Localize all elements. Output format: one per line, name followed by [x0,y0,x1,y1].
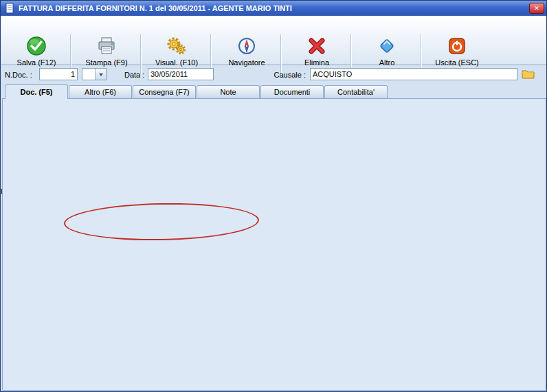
tab-altro[interactable]: Altro (F6) [69,85,132,98]
toolbar-separator [140,34,142,74]
compass-icon [236,36,257,56]
tab-doc[interactable]: Doc. (F5) [5,84,68,99]
toolbar-label: Visual. (F10) [155,58,198,67]
save-check-icon [26,36,47,56]
main-toolbar: Salva (F12) Stampa (F9) [1,16,547,65]
dropdown-arrow-icon[interactable] [95,69,106,80]
delete-x-icon [306,36,327,56]
printer-icon [96,36,117,56]
tab-label: Consegna (F7) [139,88,189,96]
ndoc-combo[interactable] [82,68,107,80]
toolbar-label: Uscita (ESC) [435,58,479,67]
data-input[interactable] [148,68,214,80]
toolbar-label: Altro [379,58,395,67]
toolbar-label: Elimina [304,58,329,67]
tab-label: Altro (F6) [85,88,116,96]
app-icon [4,3,15,14]
close-button[interactable]: ✕ [529,3,544,14]
tab-contabilita[interactable]: Contabilita' [324,85,388,98]
tab-consegna[interactable]: Consegna (F7) [133,85,196,98]
gem-icon [377,36,397,56]
tab-label: Doc. (F5) [20,88,52,96]
tab-documenti[interactable]: Documenti [260,85,324,98]
data-label: Data : [124,70,144,80]
tab-label: Note [220,88,236,96]
tab-note[interactable]: Note [197,85,260,98]
toolbar-label: Salva (F12) [17,58,56,67]
app-window: FATTURA DIFFERITA FORNITORI N. 1 del 30/… [0,0,547,392]
doc-tab-panel [2,98,546,391]
causale-input[interactable] [310,68,517,80]
tab-label: Contabilita' [337,88,375,96]
gears-icon [166,36,187,56]
causale-label: Causale : [266,70,306,80]
toolbar-separator [280,34,282,74]
toolbar-label: Stampa (F9) [85,58,127,67]
ndoc-combo-value [82,69,95,80]
tab-label: Documenti [274,88,311,96]
power-icon [447,36,467,56]
title-bar: FATTURA DIFFERITA FORNITORI N. 1 del 30/… [1,1,547,16]
causale-folder-icon[interactable] [522,69,535,80]
ndoc-input[interactable] [39,68,78,80]
toolbar-label: Navigatore [228,58,265,67]
window-title: FATTURA DIFFERITA FORNITORI N. 1 del 30/… [19,4,292,12]
ndoc-label: N.Doc. : [5,70,32,80]
